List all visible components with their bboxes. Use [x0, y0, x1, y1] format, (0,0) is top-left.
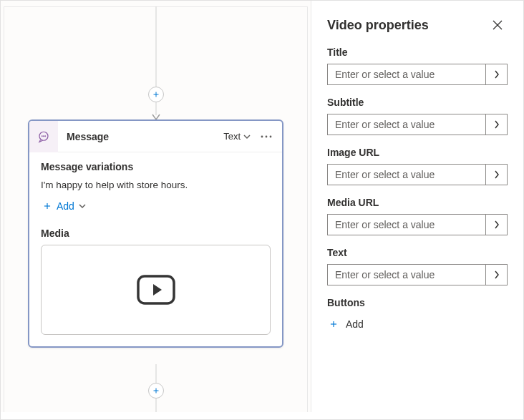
message-type-label: Text	[223, 131, 241, 142]
media-preview[interactable]	[41, 245, 271, 335]
chevron-right-icon	[494, 220, 500, 229]
chevron-right-icon	[494, 120, 500, 129]
svg-point-3	[42, 135, 42, 136]
svg-point-6	[261, 135, 263, 137]
close-icon	[493, 20, 503, 30]
chevron-right-icon	[494, 270, 500, 279]
field-label-text: Text	[327, 247, 508, 258]
text-input[interactable]	[328, 265, 485, 285]
field-label-subtitle: Subtitle	[327, 97, 508, 108]
properties-panel: Video properties Title Subtitle	[311, 1, 523, 419]
input-row-subtitle	[327, 114, 508, 135]
chevron-down-icon	[243, 133, 251, 140]
plus-icon	[152, 386, 160, 395]
field-label-buttons: Buttons	[327, 297, 508, 308]
input-row-media-url	[327, 214, 508, 235]
subtitle-input[interactable]	[328, 114, 485, 135]
chevron-right-icon	[494, 70, 500, 79]
card-header: Message Text	[29, 121, 282, 152]
add-node-button[interactable]	[148, 383, 164, 399]
add-variation-button[interactable]: Add	[41, 197, 87, 215]
field-title: Title	[327, 47, 508, 85]
svg-point-4	[44, 135, 44, 136]
field-media-url: Media URL	[327, 197, 508, 235]
card-header-actions: Text	[220, 128, 282, 145]
picker-media-url-button[interactable]	[485, 215, 507, 235]
play-icon	[136, 274, 176, 306]
connector-line	[155, 6, 156, 89]
card-body: Message variations I'm happy to help wit…	[29, 152, 282, 346]
app-root: Message Text Message variations I'm happ…	[0, 0, 524, 420]
variation-text[interactable]: I'm happy to help with store hours.	[41, 178, 271, 197]
plus-icon	[152, 90, 160, 99]
field-label-image-url: Image URL	[327, 147, 508, 158]
add-node-button[interactable]	[148, 87, 164, 102]
field-label-media-url: Media URL	[327, 197, 508, 208]
add-variation-label: Add	[57, 200, 74, 212]
plus-icon	[329, 319, 339, 329]
media-url-input[interactable]	[328, 215, 485, 235]
add-button-button[interactable]: Add	[327, 314, 365, 334]
add-button-label: Add	[346, 318, 364, 330]
chevron-down-icon	[79, 202, 86, 210]
bottom-edge	[1, 412, 523, 419]
picker-subtitle-button[interactable]	[485, 114, 507, 135]
field-buttons: Buttons Add	[327, 297, 508, 334]
variations-heading: Message variations	[41, 161, 271, 172]
flow-canvas[interactable]: Message Text Message variations I'm happ…	[1, 1, 311, 419]
message-node-card[interactable]: Message Text Message variations I'm happ…	[28, 119, 283, 348]
card-title: Message	[58, 131, 220, 142]
svg-point-8	[270, 135, 272, 137]
panel-header: Video properties	[327, 15, 508, 35]
picker-title-button[interactable]	[485, 64, 507, 84]
canvas-inner: Message Text Message variations I'm happ…	[1, 1, 311, 419]
message-icon	[29, 121, 58, 152]
field-image-url: Image URL	[327, 147, 508, 185]
plus-icon	[42, 201, 52, 211]
image-url-input[interactable]	[328, 165, 485, 185]
field-text: Text	[327, 247, 508, 285]
more-options-button[interactable]	[258, 128, 275, 145]
title-input[interactable]	[328, 64, 485, 84]
message-type-dropdown[interactable]: Text	[220, 128, 253, 145]
media-heading: Media	[41, 228, 271, 239]
field-subtitle: Subtitle	[327, 97, 508, 135]
input-row-text	[327, 264, 508, 285]
input-row-title	[327, 64, 508, 85]
svg-point-7	[266, 135, 268, 137]
close-panel-button[interactable]	[487, 15, 508, 35]
picker-image-url-button[interactable]	[485, 165, 507, 185]
panel-title: Video properties	[327, 18, 429, 33]
field-label-title: Title	[327, 47, 508, 58]
chevron-right-icon	[494, 170, 500, 179]
svg-point-5	[45, 135, 46, 136]
picker-text-button[interactable]	[485, 265, 507, 285]
more-horizontal-icon	[261, 135, 272, 138]
input-row-image-url	[327, 164, 508, 185]
